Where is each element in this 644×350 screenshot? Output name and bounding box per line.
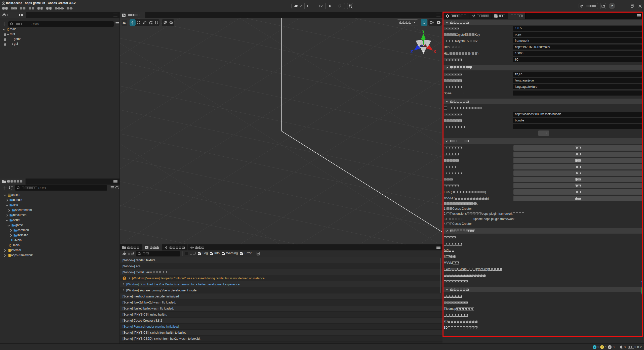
svg-text:X: X	[433, 49, 436, 54]
svg-text:Y: Y	[422, 29, 425, 34]
svg-text:Z: Z	[411, 49, 413, 54]
